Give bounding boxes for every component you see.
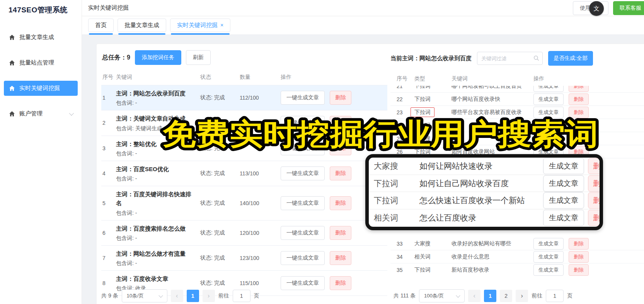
magnified-keyword-row[interactable]: 下拉词怎么快速让百度收录一个新站生成文章删除 [369,192,600,209]
task-row[interactable]: 6主词：百度搜索排名怎么做包含词: -状态: 完成120/100一键生成文章删除 [101,221,387,246]
delete-button[interactable]: 删除 [569,93,589,105]
delete-button[interactable]: 删除 [569,86,589,92]
delete-button[interactable]: 删除 [569,238,589,250]
generate-article-button[interactable]: 生成文章 [533,107,564,118]
add-task-button[interactable]: 添加挖词任务 [135,50,181,65]
keyword-row[interactable]: 25大家搜生成文章删除 [390,132,644,145]
magnified-keyword-row[interactable]: 下拉词如何让自己网站收录百度生成文章删除 [369,175,600,192]
task-row[interactable]: 4主词：百度SEO优化包含词: -状态: 完成113/100一键生成文章删除 [101,161,387,186]
delete-button[interactable]: 删除 [569,107,589,118]
delete-button[interactable]: 删除 [588,175,603,192]
generate-article-button[interactable]: 生成文章 [543,158,584,174]
task-keyword-cell: 主词：网站怎么做才有流量包含词: - [116,249,200,267]
generate-article-button[interactable]: 生成文章 [533,86,564,92]
generate-article-button[interactable]: 生成文章 [533,133,564,144]
delete-button[interactable]: 删除 [330,116,351,130]
generate-article-button[interactable]: 生成文章 [533,93,564,105]
page-number[interactable]: 1 [484,290,496,302]
generate-article-button[interactable]: 一键生成文章 [281,141,325,155]
task-row[interactable]: 1主词：网站怎么收录到百度包含词: -状态: 完成112/100一键生成文章删除 [101,85,387,110]
generate-article-button[interactable]: 生成文章 [543,192,584,209]
delete-button[interactable]: 删除 [569,251,589,263]
task-row[interactable]: 5主词：百度关键词排名快速排名包含词: -状态: 完成140/100一键生成文章… [101,186,387,221]
delete-button[interactable]: 删除 [588,210,603,226]
tab-1[interactable]: 首页 [88,19,114,32]
goto-label: 前往 [218,292,229,299]
prev-page-button[interactable]: ‹ [468,290,480,302]
generate-article-button[interactable]: 生成文章 [533,251,564,263]
task-row[interactable]: 3主词：整站优化包含词: -状态: 完成一键生成文章删除 [101,136,387,161]
generate-article-button[interactable]: 生成文章 [533,264,564,276]
task-status: 状态: 完成 [200,200,240,207]
task-row[interactable]: 7主词：网站怎么做才有流量包含词: -状态: 完成123/100一键生成文章删除 [101,246,387,271]
delete-button[interactable]: 删除 [569,133,589,144]
sidebar-item-label: 账户管理 [19,110,43,117]
search-icon [533,55,539,61]
generate-article-button[interactable]: 一键生成文章 [281,226,325,240]
floating-widget-icon[interactable]: 文 [589,1,604,16]
generate-article-button[interactable]: 生成文章 [533,120,564,131]
generate-article-button[interactable]: 一键生成文章 [281,166,325,180]
page-number[interactable]: 2 [500,290,512,302]
magnified-keyword-row[interactable]: 大家搜如何让网站快速收录生成文章删除 [369,158,600,175]
refresh-button[interactable]: 刷新 [186,50,211,65]
keyword-row[interactable]: 35下拉词新站百度秒收录生成文章删除 [390,263,644,276]
col-type: 类型 [414,75,451,82]
goto-page-input[interactable] [233,290,250,302]
content-card: 总任务：9 添加挖词任务 刷新 序号 关键词 状态 数量 操作 1主词：网站怎么… [96,44,644,304]
generate-all-button[interactable]: 是否生成:全部 [548,51,593,66]
next-page-button[interactable]: › [516,290,528,302]
sidebar-item-label: 批量文章生成 [19,34,54,41]
task-row[interactable]: 2主词：关键词文章自动生成包含词: 关键词生成状态: 完成100/100一键生成… [101,110,387,136]
contact-button[interactable]: 联系客服 [613,1,644,15]
delete-button[interactable]: 删除 [330,226,351,240]
delete-button[interactable]: 删除 [588,158,603,174]
goto-page-input[interactable] [546,290,564,302]
magnified-keyword-row[interactable]: 相关词怎么让百度收录生成文章删除 [369,209,600,227]
sidebar-item-4[interactable]: 账户管理 [4,106,78,121]
prev-page-button[interactable]: ‹ [171,290,183,302]
task-include-words: 包含词: 关键词生成 [116,125,196,132]
next-page-button[interactable]: › [203,290,215,302]
generate-article-button[interactable]: 一键生成文章 [281,196,325,210]
task-count: 140/100 [240,200,281,206]
sidebar-item-1[interactable]: 批量文章生成 [4,30,78,45]
delete-button[interactable]: 删除 [588,192,603,209]
keyword-row[interactable]: 33大家搜收录好的发帖网站有哪些生成文章删除 [390,237,644,250]
keyword-row[interactable]: 24下拉词生成文章删除 [390,119,644,132]
delete-button[interactable]: 删除 [330,166,351,180]
sidebar-item-3[interactable]: 实时关键词挖掘 [4,81,78,96]
col-no: 序号 [102,74,116,81]
keyword-row[interactable]: 23下拉词哪些平台发文容易被百度收录生成文章删除 [390,106,644,119]
generate-article-button[interactable]: 一键生成文章 [281,251,325,265]
page-unit-label: 页 [567,292,572,299]
delete-button[interactable]: 删除 [330,141,351,155]
delete-button[interactable]: 删除 [330,276,351,290]
generate-article-button[interactable]: 生成文章 [543,210,584,226]
page-size-select[interactable]: 100条/页 [419,289,465,302]
keyword-row[interactable]: 22下拉词哪个网站百度收录快生成文章删除 [390,93,644,106]
keyword-row[interactable]: 34相关词收录是什么意思生成文章删除 [390,250,644,263]
tab-3[interactable]: 实时关键词挖掘× [170,19,230,32]
sidebar-item-2[interactable]: 批量站点管理 [4,55,78,70]
delete-button[interactable]: 删除 [569,264,589,276]
generate-article-button[interactable]: 一键生成文章 [281,91,325,105]
keyword-index: 21 [397,86,414,89]
page-size-select[interactable]: 10条/页 [122,289,167,302]
delete-button[interactable]: 删除 [569,120,589,131]
task-main-keyword: 主词：网站怎么做才有流量 [116,249,196,258]
close-icon[interactable]: × [220,22,223,28]
generate-article-button[interactable]: 生成文章 [543,175,584,192]
page-number[interactable]: 1 [187,290,199,302]
generate-article-button[interactable]: 一键生成文章 [281,116,325,130]
delete-button[interactable]: 删除 [330,251,351,265]
generate-article-button[interactable]: 生成文章 [533,238,564,250]
delete-button[interactable]: 删除 [330,91,351,105]
keyword-row[interactable]: 21下拉词哪个网站发帖可以上百度首页生成文章删除 [390,86,644,93]
keyword-filter-input[interactable] [477,52,543,65]
generate-article-button[interactable]: 一键生成文章 [281,276,325,290]
task-index: 7 [102,255,116,261]
task-count: 123/100 [240,255,281,261]
tab-2[interactable]: 批量文章生成 [118,19,166,32]
delete-button[interactable]: 删除 [330,196,351,210]
